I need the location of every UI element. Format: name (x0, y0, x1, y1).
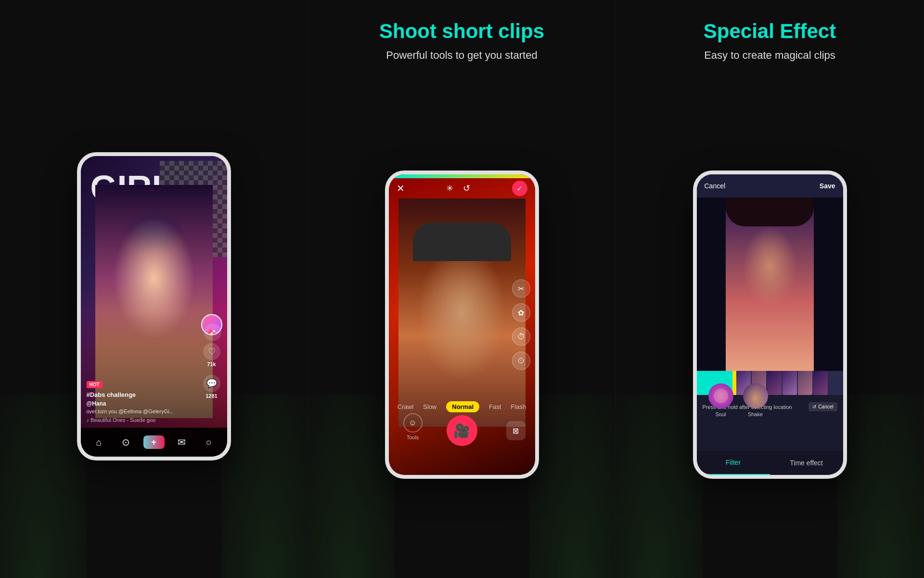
effects-header: Cancel Save (697, 174, 843, 197)
feed-background: GIRL + ♡ 71k (81, 156, 227, 457)
cancel-record-button[interactable]: ⊠ (506, 421, 526, 440)
video-info: HOT #Dabs challenge @Hana over,turn you … (87, 380, 198, 423)
bottom-nav: ⌂ ⊙ + ✉ ○ (81, 428, 227, 457)
caption-text: over,turn you @Eelinna @GeleryGi... (87, 408, 198, 415)
phone-camera: ✕ ✳ ↺ ✓ ✂ ✿ ⏱ ⏲ (385, 171, 539, 479)
speed-slow[interactable]: Slow (423, 403, 436, 410)
cancel-button[interactable]: Cancel (705, 182, 726, 190)
soul-label: Soul (715, 411, 726, 417)
camera-tools: ✳ ↺ (446, 183, 470, 194)
nav-search[interactable]: ⊙ (116, 433, 136, 452)
heart-icon: ♡ (203, 343, 220, 360)
nav-profile[interactable]: ○ (199, 433, 218, 452)
close-square-icon: ⊠ (513, 426, 519, 435)
record-button[interactable]: 🎥 (447, 415, 477, 446)
woman-hair (726, 197, 813, 226)
tools-label: Tools (407, 434, 419, 440)
flip-icon[interactable]: ↺ (463, 183, 470, 194)
panel-effects: Special Effect Easy to create magical cl… (616, 0, 924, 578)
panel-title-camera: Shoot short clips (379, 19, 544, 43)
effect-shake[interactable]: Shake (743, 383, 768, 417)
effects-background: Cancel Save (697, 174, 843, 475)
flash-icon[interactable]: ✳ (446, 183, 453, 194)
phone-wrapper-feed: GIRL + ♡ 71k (77, 35, 231, 578)
soul-effect-circle (708, 383, 733, 408)
bottom-tabs: Filter Time effect (697, 451, 843, 475)
timer-tool[interactable]: ⏱ (512, 328, 530, 346)
tab-time-effect[interactable]: Time effect (770, 451, 843, 475)
comment-action[interactable]: 💬 1281 (203, 375, 220, 399)
hot-badge: HOT (87, 381, 103, 388)
camera-background: ✕ ✳ ↺ ✓ ✂ ✿ ⏱ ⏲ (389, 174, 535, 475)
like-action[interactable]: ♡ 71k (203, 343, 220, 367)
woman-face (726, 197, 813, 371)
beauty-tool[interactable]: ✿ (512, 303, 530, 322)
panel-camera: Shoot short clips Powerful tools to get … (308, 0, 616, 578)
phone-screen-feed: GIRL + ♡ 71k (81, 156, 227, 457)
phone-screen-effects: Cancel Save (697, 174, 843, 475)
speed-fast[interactable]: Fast (489, 403, 501, 410)
phone-wrapper-camera: ✕ ✳ ↺ ✓ ✂ ✿ ⏱ ⏲ (385, 71, 539, 578)
phone-screen-camera: ✕ ✳ ↺ ✓ ✂ ✿ ⏱ ⏲ (389, 174, 535, 475)
save-button[interactable]: Save (820, 182, 835, 190)
phone-wrapper-effects: Cancel Save (693, 71, 847, 578)
comment-count: 1281 (205, 393, 217, 399)
panel-header-effects: Special Effect Easy to create magical cl… (694, 0, 846, 71)
share-arrow-icon: ↗ (204, 324, 221, 341)
confirm-button[interactable]: ✓ (512, 181, 527, 196)
speed-normal[interactable]: Normal (446, 401, 479, 412)
camera-icon: 🎥 (453, 423, 470, 439)
nav-messages[interactable]: ✉ (172, 433, 192, 452)
effects-row: Soul Shake (697, 383, 843, 417)
nav-home[interactable]: ⌂ (90, 433, 109, 452)
panel-header-camera: Shoot short clips Powerful tools to get … (370, 0, 554, 71)
like-count: 71k (207, 361, 216, 367)
tools-button[interactable]: ☺ Tools (403, 413, 423, 440)
nav-create[interactable]: + (143, 435, 165, 449)
speed-timer-tool[interactable]: ⏲ (512, 352, 530, 370)
music-text: ♪ Beautiful Ones - Suede goo (87, 417, 198, 423)
camera-top-bar: ✕ ✳ ↺ ✓ (389, 174, 535, 198)
panel-subtitle-camera: Powerful tools to get you started (379, 49, 544, 62)
panel-subtitle-effects: Easy to create magical clips (704, 49, 836, 62)
speed-selector: Crawl Slow Normal Fast Flash (389, 401, 535, 412)
panel-feed: GIRL + ♡ 71k (0, 0, 308, 578)
tab-filter[interactable]: Filter (697, 451, 770, 475)
comment-icon: 💬 (203, 375, 220, 392)
effect-soul[interactable]: Soul (708, 383, 733, 417)
panel-title-effects: Special Effect (704, 19, 836, 43)
share-icon[interactable]: ↗ (204, 324, 221, 341)
man-face (398, 198, 526, 427)
phone-effects: Cancel Save (693, 171, 847, 479)
phone-feed: GIRL + ♡ 71k (77, 152, 231, 460)
shake-label: Shake (748, 411, 763, 417)
speed-crawl[interactable]: Crawl (398, 403, 413, 410)
hashtag-text: #Dabs challenge (87, 391, 198, 398)
close-button[interactable]: ✕ (397, 183, 405, 194)
tools-icon: ☺ (403, 413, 423, 433)
username-text: @Hana (87, 400, 198, 407)
hat (413, 223, 511, 261)
scissors-tool[interactable]: ✂ (512, 279, 530, 298)
speed-flash[interactable]: Flash (511, 403, 526, 410)
right-tools: ✂ ✿ ⏱ ⏲ (512, 279, 530, 370)
shake-effect-circle (743, 383, 768, 408)
video-preview-area (697, 197, 843, 371)
video-preview (726, 197, 813, 371)
